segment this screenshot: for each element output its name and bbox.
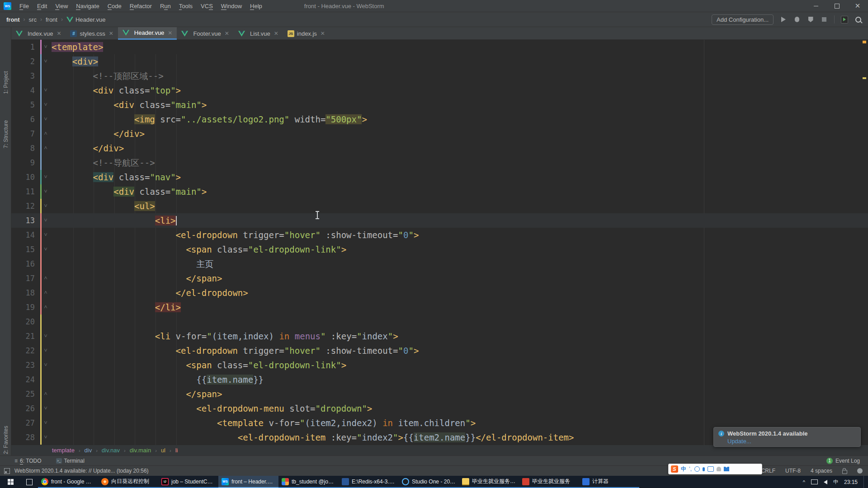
fold-marker-icon[interactable]: ˄ xyxy=(42,271,50,286)
taskbar-item[interactable]: Studio One - 2019-... xyxy=(399,476,459,488)
hector-icon[interactable] xyxy=(857,468,863,474)
taskbar-item[interactable]: front - Google Chr... xyxy=(38,476,98,488)
run-icon[interactable] xyxy=(780,16,787,23)
debug-icon[interactable] xyxy=(793,16,801,23)
tab-header-vue[interactable]: Header.vue✕ xyxy=(118,27,177,40)
code-line-20[interactable]: 20 xyxy=(11,314,868,329)
taskbar-item[interactable]: E:\Redis-x64-3.2.10... xyxy=(339,476,399,488)
code-line-8[interactable]: 8˄ </div> xyxy=(11,141,868,155)
taskbar-item[interactable]: WSfront – Header.vue ... xyxy=(218,476,278,488)
run-console-icon[interactable] xyxy=(841,16,848,23)
code-line-16[interactable]: 16 主页 xyxy=(11,257,868,271)
tab-close-icon[interactable]: ✕ xyxy=(225,30,229,37)
person[interactable] xyxy=(717,467,721,471)
fold-marker-icon[interactable]: ˅ xyxy=(42,83,50,98)
code-line-25[interactable]: 25˄ </span> xyxy=(11,387,868,401)
code-line-5[interactable]: 5˅ <div class="main"> xyxy=(11,98,868,112)
code-line-7[interactable]: 7˄ </div> xyxy=(11,127,868,141)
search-everywhere-icon[interactable] xyxy=(854,16,862,23)
tag-breadcrumb-item[interactable]: ul xyxy=(161,447,165,454)
close-button[interactable]: ✕ xyxy=(847,0,868,12)
tab-index-js[interactable]: JSindex.js✕ xyxy=(283,27,330,40)
ime-indicator[interactable]: 中 xyxy=(833,479,838,485)
menu-item-navigate[interactable]: Navigate xyxy=(72,0,103,12)
add-configuration-button[interactable]: Add Configuration... xyxy=(712,14,774,25)
volume-icon[interactable] xyxy=(824,480,827,484)
tab-footer-vue[interactable]: Footer.vue✕ xyxy=(177,27,234,40)
menu-item-view[interactable]: View xyxy=(51,0,72,12)
apostrophe[interactable]: ’, xyxy=(689,466,692,472)
tab-close-icon[interactable]: ✕ xyxy=(109,30,113,37)
fold-marker-icon[interactable]: ˄ xyxy=(42,387,50,401)
fold-marker-icon[interactable]: ˅ xyxy=(42,199,50,213)
fold-marker-icon[interactable]: ˅ xyxy=(42,430,50,445)
code-line-12[interactable]: 12˅ <ul> xyxy=(11,199,868,213)
line-separator-widget[interactable]: CRLF xyxy=(761,468,775,474)
tab-index-vue[interactable]: Index.vue✕ xyxy=(11,27,66,40)
breadcrumb-item[interactable]: front xyxy=(6,16,20,23)
taskbar-item[interactable]: 毕业生就业服务平台-... xyxy=(459,476,519,488)
tab-close-icon[interactable]: ✕ xyxy=(321,30,325,37)
fold-marker-icon[interactable]: ˅ xyxy=(42,40,50,54)
taskbar-item[interactable]: 向日葵远程控制 xyxy=(98,476,158,488)
status-message[interactable]: WebStorm 2020.1.4 available: // Update..… xyxy=(14,468,149,474)
tag-breadcrumb-item[interactable]: div.nav xyxy=(102,447,120,454)
stripe-button-favorites[interactable]: 2: Favorites xyxy=(3,426,9,454)
fold-marker-icon[interactable]: ˄ xyxy=(42,141,50,155)
start-button[interactable] xyxy=(0,476,21,488)
code-editor[interactable]: 1˅<template>2˅ <div>3 <!--顶部区域-->4˅ <div… xyxy=(11,40,868,445)
menu-item-edit[interactable]: Edit xyxy=(33,0,51,12)
stripe-button-project[interactable]: 1: Project xyxy=(3,71,9,94)
breadcrumb-item[interactable]: Header.vue xyxy=(75,16,106,23)
fold-marker-icon[interactable]: ˅ xyxy=(42,184,50,199)
fold-marker-icon[interactable]: ˅ xyxy=(42,329,50,343)
code-line-13[interactable]: 13˅ <li> xyxy=(11,213,868,228)
code-line-24[interactable]: 24 {{item.name}} xyxy=(11,372,868,387)
code-line-19[interactable]: 19˄ </li> xyxy=(11,300,868,314)
toolwindow-toggle-icon[interactable] xyxy=(4,468,10,474)
update-link[interactable]: Update... xyxy=(727,438,751,445)
sogou-input-toolbar[interactable]: S中’, xyxy=(668,464,762,474)
fold-marker-icon[interactable]: ˅ xyxy=(42,228,50,242)
encoding-widget[interactable]: UTF-8 xyxy=(785,468,801,474)
monitor-icon[interactable] xyxy=(811,479,818,484)
tab-list-vue[interactable]: List.vue✕ xyxy=(234,27,283,40)
code-line-10[interactable]: 10˅ <div class="nav"> xyxy=(11,170,868,184)
code-line-15[interactable]: 15˅ <span class="el-dropdown-link"> xyxy=(11,242,868,257)
taskbar-item[interactable]: IJjob – StudentContr... xyxy=(158,476,218,488)
keyboard[interactable] xyxy=(708,466,714,472)
tag-breadcrumb-item[interactable]: div.main xyxy=(130,447,151,454)
lock-icon[interactable] xyxy=(842,470,847,474)
chinese-mode[interactable]: 中 xyxy=(681,465,686,473)
code-line-1[interactable]: 1˅<template> xyxy=(11,40,868,54)
fold-marker-icon[interactable]: ˄ xyxy=(42,300,50,314)
fold-marker-icon[interactable]: ˅ xyxy=(42,242,50,257)
code-line-14[interactable]: 14˅ <el-dropdown trigger="hover" :show-t… xyxy=(11,228,868,242)
fold-marker-icon[interactable]: ˅ xyxy=(42,213,50,228)
menu-item-window[interactable]: Window xyxy=(217,0,246,12)
hidden-icons-chevron[interactable]: ^ xyxy=(803,479,805,485)
indent-widget[interactable]: 4 spaces xyxy=(811,468,832,474)
terminal-toolwindow-button[interactable]: >_ Terminal xyxy=(56,458,85,464)
fold-marker-icon[interactable]: ˅ xyxy=(42,343,50,358)
tag-breadcrumb-item[interactable]: template xyxy=(52,447,75,454)
code-line-26[interactable]: 26˅ <el-dropdown-menu slot="dropdown"> xyxy=(11,401,868,416)
code-line-21[interactable]: 21˅ <li v-for="(item,index) in menus" :k… xyxy=(11,329,868,343)
fold-marker-icon[interactable]: ˅ xyxy=(42,112,50,127)
tab-styles-css[interactable]: #styles.css✕ xyxy=(66,27,118,40)
microphone[interactable] xyxy=(703,467,705,471)
code-line-9[interactable]: 9 <!--导航区--> xyxy=(11,155,868,170)
tab-close-icon[interactable]: ✕ xyxy=(274,30,278,37)
breadcrumb-item[interactable]: front xyxy=(46,16,57,23)
coverage-icon[interactable] xyxy=(807,16,814,23)
taskbar-item[interactable]: 计算器 xyxy=(579,476,639,488)
toolbox-grid[interactable] xyxy=(732,467,737,472)
code-line-11[interactable]: 11˅ <div class="main"> xyxy=(11,184,868,199)
taskbar-item[interactable]: tb_student @job (lo... xyxy=(278,476,339,488)
notification-popup[interactable]: i WebStorm 2020.1.4 available Update... xyxy=(713,427,861,447)
menu-item-vcs[interactable]: VCS xyxy=(197,0,217,12)
taskbar-item[interactable]: 毕业生就业服务 xyxy=(519,476,579,488)
fold-marker-icon[interactable]: ˅ xyxy=(42,358,50,372)
code-line-3[interactable]: 3 <!--顶部区域--> xyxy=(11,69,868,83)
code-line-4[interactable]: 4˅ <div class="top"> xyxy=(11,83,868,98)
